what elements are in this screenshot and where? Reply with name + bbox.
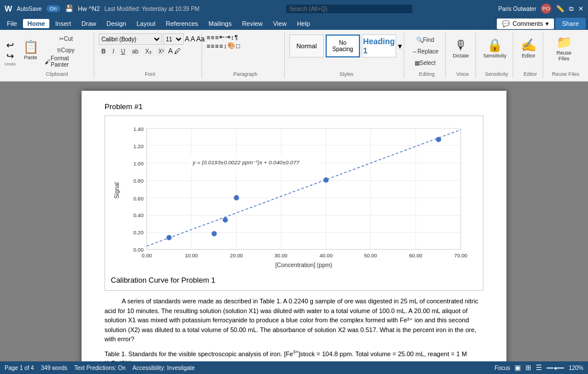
style-normal[interactable]: Normal — [289, 34, 324, 57]
pen-icon[interactable]: ✏️ — [556, 5, 564, 13]
menu-view[interactable]: View — [268, 19, 291, 28]
superscript-button[interactable]: X² — [156, 46, 167, 56]
sensitivity-group: 🔒 Sensitivity Sensitivity — [481, 32, 514, 78]
outline-view-icon[interactable]: ☰ — [536, 364, 542, 372]
font-size-select[interactable]: 11 — [163, 33, 184, 45]
replace-button[interactable]: ↔ Replace — [409, 46, 442, 56]
reuse-button[interactable]: 📁 Reuse Files — [548, 32, 580, 64]
highlight-button[interactable]: 🖊 — [174, 47, 181, 55]
menu-help[interactable]: Help — [292, 19, 315, 28]
zoom-level: 120% — [568, 365, 583, 371]
share-button[interactable]: Share — [555, 18, 586, 29]
style-heading1[interactable]: Heading 1 — [362, 34, 396, 57]
strikethrough-button[interactable]: ab — [129, 46, 141, 56]
menu-layout[interactable]: Layout — [132, 19, 160, 28]
svg-point-38 — [234, 195, 239, 201]
subscript-button[interactable]: X₂ — [142, 46, 154, 56]
format-painter-button[interactable]: 🖌 Format Painter — [42, 56, 90, 67]
comments-button[interactable]: 💬 Comments ▾ — [497, 18, 554, 29]
copy-button[interactable]: ⎘ Copy — [42, 45, 90, 55]
reuse-group: 📁 Reuse Files Reuse Files — [548, 32, 583, 78]
menu-mailings[interactable]: Mailings — [204, 19, 236, 28]
print-view-icon[interactable]: ▣ — [514, 364, 521, 372]
menu-insert[interactable]: Insert — [51, 19, 76, 28]
close-icon[interactable]: ✕ — [578, 5, 583, 13]
align-left-button[interactable]: ≡ — [207, 43, 210, 49]
chart-title: Calibration Curve for Problem 1 — [111, 276, 477, 284]
sensitivity-button[interactable]: 🔒 Sensitivity — [481, 32, 510, 64]
style-no-spacing[interactable]: No Spacing — [326, 34, 360, 57]
line-spacing-button[interactable]: ↕ — [223, 43, 227, 49]
menu-home[interactable]: Home — [23, 19, 50, 28]
show-marks-button[interactable]: ¶ — [234, 34, 238, 41]
bold-button[interactable]: B — [99, 46, 109, 56]
svg-text:50.00: 50.00 — [364, 253, 377, 259]
clear-format-button[interactable]: Aa — [196, 35, 205, 43]
undo-label: Undo — [5, 61, 16, 67]
sensitivity-label: Sensitivity — [483, 53, 507, 59]
svg-rect-0 — [147, 128, 461, 249]
cut-button[interactable]: ✂ Cut — [42, 33, 90, 44]
underline-button[interactable]: U — [118, 46, 128, 56]
problem-title: Problem #1 — [105, 102, 483, 111]
user-avatar[interactable]: PO — [541, 3, 551, 14]
autosave-toggle[interactable]: On — [47, 5, 60, 12]
web-view-icon[interactable]: ⊞ — [525, 364, 531, 372]
font-color-button[interactable]: A — [168, 47, 173, 55]
styles-expand-button[interactable]: ▾ — [398, 41, 402, 51]
editor-button[interactable]: ✍ Editor — [518, 32, 539, 64]
svg-text:10.00: 10.00 — [185, 253, 198, 259]
svg-text:0.20: 0.20 — [133, 230, 144, 236]
menu-references[interactable]: References — [161, 19, 203, 28]
undo-button[interactable]: ↩ — [6, 40, 14, 51]
find-button[interactable]: 🔍 Find — [409, 34, 442, 45]
menu-design[interactable]: Design — [102, 19, 130, 28]
menu-bar: File Home Insert Draw Design Layout Refe… — [0, 17, 588, 30]
svg-text:70.00: 70.00 — [454, 253, 467, 259]
svg-text:1.20: 1.20 — [133, 144, 144, 149]
font-family-select[interactable]: Calibri (Body) — [99, 33, 162, 45]
increase-indent-button[interactable]: ⇥ — [225, 33, 230, 41]
autosave-label: AutoSave — [17, 6, 41, 12]
save-icon[interactable]: 💾 — [65, 5, 74, 13]
restore-icon[interactable]: ⧉ — [569, 5, 574, 13]
decrease-indent-button[interactable]: ⇤ — [219, 33, 225, 41]
center-button[interactable]: ≡ — [211, 43, 214, 49]
svg-text:30.00: 30.00 — [274, 253, 288, 259]
filename: Hw ^N2 — [78, 5, 100, 12]
editing-group: 🔍 Find ↔ Replace ▦ Select Editing — [409, 32, 446, 78]
numbering-button[interactable]: ≡ — [211, 34, 214, 41]
sort-button[interactable]: ↕ — [231, 34, 234, 41]
search-input[interactable] — [286, 5, 412, 13]
grow-font-button[interactable]: A — [185, 35, 189, 43]
align-right-button[interactable]: ≡ — [215, 43, 219, 49]
italic-button[interactable]: I — [110, 46, 117, 56]
zoom-slider[interactable]: ━━●━━ — [547, 365, 564, 371]
menu-review[interactable]: Review — [237, 19, 267, 28]
menu-draw[interactable]: Draw — [77, 19, 101, 28]
calibration-chart: 1.40 1.20 1.00 0.80 0.60 0.40 0.20 0.00 … — [111, 122, 477, 272]
svg-text:1.40: 1.40 — [133, 126, 144, 132]
bullets-button[interactable]: ≡ — [207, 34, 210, 41]
shading-button[interactable]: 🎨 — [227, 42, 235, 49]
status-bar: Page 1 of 4 349 words Text Predictions: … — [0, 361, 588, 374]
menu-file[interactable]: File — [2, 19, 22, 28]
reuse-group-label: Reuse Files — [548, 71, 583, 77]
borders-button[interactable]: □ — [236, 43, 240, 49]
accessibility-label[interactable]: Accessibility: Investigate — [133, 365, 195, 371]
text-predictions: Text Predictions: On — [74, 365, 125, 371]
multilevel-button[interactable]: ≡ — [215, 34, 219, 41]
cut-label: Cut — [64, 36, 73, 42]
focus-button[interactable]: Focus — [494, 365, 510, 371]
search-bar[interactable] — [199, 5, 498, 13]
redo-button[interactable]: ↪ — [6, 51, 14, 61]
svg-text:20.00: 20.00 — [230, 253, 243, 259]
voice-label: Voice — [450, 71, 475, 77]
justify-button[interactable]: ≡ — [219, 43, 223, 49]
dictate-button[interactable]: 🎙 Dictate — [450, 32, 472, 64]
paragraph1: A series of standards were made as descr… — [105, 296, 483, 344]
paste-button[interactable]: 📋 Paste — [20, 35, 41, 65]
shrink-font-button[interactable]: A — [191, 35, 195, 43]
select-button[interactable]: ▦ Select — [409, 57, 442, 68]
status-bar-right: Focus ▣ ⊞ ☰ ━━●━━ 120% — [494, 364, 583, 372]
